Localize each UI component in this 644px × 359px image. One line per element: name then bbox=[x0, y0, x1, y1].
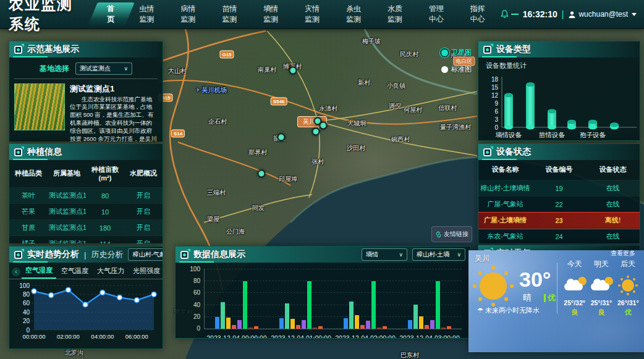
chevron-down-icon bbox=[632, 13, 637, 16]
nav-item-1[interactable]: 首页 bbox=[95, 0, 127, 28]
device-count-subtitle: 设备数量统计 bbox=[478, 57, 640, 70]
base-select-value: 测试监测点 bbox=[80, 64, 111, 73]
forecast-days: 今天25°/32°良明天25°/31°良后天26°/31°优 bbox=[561, 259, 642, 317]
table-cell: 开启 bbox=[124, 220, 163, 236]
svg-text:00:00:00: 00:00:00 bbox=[23, 333, 46, 340]
site-marker[interactable] bbox=[278, 133, 286, 141]
svg-text:100: 100 bbox=[19, 282, 30, 289]
panel-header: 示范基地展示 bbox=[9, 41, 163, 57]
nav-item-7[interactable]: 杀虫监测 bbox=[334, 0, 376, 28]
table-cell: 广屋-土壤墒情 bbox=[478, 213, 532, 229]
panel-trend-analysis: 实时趋势分析 | 历史分析 樟山村-气象 ∨ ‹空气湿度空气温度大气压力光照强度… bbox=[9, 246, 163, 349]
forecast-day-3: 后天26°/31°优 bbox=[615, 259, 642, 317]
base-select[interactable]: 测试监测点 ∨ bbox=[75, 62, 132, 75]
column-header: 水肥概况 bbox=[124, 160, 163, 188]
standard-layer-option[interactable]: 标准图 bbox=[441, 65, 472, 74]
friend-link-button[interactable]: 友情链接 bbox=[431, 226, 472, 242]
table-cell: 10 bbox=[86, 204, 124, 220]
nav-item-5[interactable]: 墒情监测 bbox=[252, 0, 293, 28]
table-cell: 开启 bbox=[124, 188, 163, 204]
chevron-down-icon: ∨ bbox=[399, 251, 403, 258]
site-marker[interactable] bbox=[258, 170, 266, 178]
svg-text:02:00:00: 02:00:00 bbox=[57, 333, 80, 340]
table-row: 芒果测试监测点110开启 bbox=[9, 204, 163, 220]
bar-group bbox=[344, 269, 387, 329]
table-cell: 离线! bbox=[586, 213, 640, 229]
notification-bell[interactable] bbox=[500, 9, 519, 19]
site-marker[interactable] bbox=[312, 128, 320, 136]
day-aqi: 优 bbox=[615, 308, 642, 317]
bar-groups bbox=[204, 269, 462, 329]
radio-off-icon bbox=[441, 66, 448, 73]
see-more-link[interactable]: 查看更多 bbox=[611, 249, 635, 258]
nav-item-10[interactable]: 指挥中心 bbox=[459, 0, 500, 28]
road-shield: S14 bbox=[171, 130, 185, 138]
user-menu[interactable]: wuchuan@test bbox=[568, 10, 637, 19]
trend-tab-2[interactable]: 空气温度 bbox=[57, 265, 92, 278]
trend-tab-4[interactable]: 光照强度 bbox=[129, 265, 163, 278]
nav-item-3[interactable]: 病情监测 bbox=[169, 0, 211, 28]
bar bbox=[408, 320, 412, 329]
y-tick-label: 40 bbox=[182, 301, 200, 308]
trend-station-select[interactable]: 樟山村-气象 ∨ bbox=[128, 248, 163, 261]
day-temperature: 25°/32° bbox=[561, 299, 588, 306]
nav-item-2[interactable]: 虫情监测 bbox=[128, 0, 169, 28]
bar-cluster bbox=[279, 269, 323, 329]
trend-line-chart: 02040608010000:00:0002:00:0004:00:0006:0… bbox=[9, 279, 163, 348]
link-icon bbox=[435, 231, 442, 238]
table-row: 茶叶测试监测点180开启 bbox=[9, 188, 163, 204]
radio-on-icon bbox=[441, 49, 448, 56]
table-cell: 24 bbox=[532, 229, 586, 245]
trend-tab-3[interactable]: 大气压力 bbox=[93, 265, 128, 278]
clock: 16:32:10 bbox=[523, 9, 557, 19]
site-marker[interactable] bbox=[320, 122, 328, 130]
weather-widget: 查看更多 吴川 30° 晴 优 ☂ 未来两小时无降水 今天25°/32°良明天2… bbox=[468, 250, 644, 352]
data-station-select[interactable]: 樟山村-土墒 ∨ bbox=[412, 248, 465, 261]
data-info-bar-chart: 0204060801002023-12-04 00:00:002023-12-0… bbox=[182, 268, 464, 339]
day-aqi: 良 bbox=[588, 308, 614, 317]
nav-item-8[interactable]: 水质监测 bbox=[376, 0, 417, 28]
panel-title: 实时趋势分析 bbox=[27, 249, 79, 260]
bar bbox=[441, 327, 446, 329]
nav-item-4[interactable]: 苗情监测 bbox=[210, 0, 252, 28]
table-cell: 东农-气象站 bbox=[478, 229, 532, 245]
panel-title: 设备状态 bbox=[496, 146, 531, 158]
user-name: wuchuan@test bbox=[578, 10, 628, 19]
rain-notice-text: 未来两小时无降水 bbox=[485, 306, 540, 314]
divider bbox=[557, 263, 557, 314]
table-cell: 开启 bbox=[124, 204, 163, 220]
column-header: 设备编号 bbox=[532, 160, 586, 180]
column-header: 设备名称 bbox=[478, 160, 532, 180]
satellite-layer-option[interactable]: 卫星图 bbox=[441, 48, 472, 57]
svg-text:40: 40 bbox=[23, 309, 30, 316]
trend-metric-tabs: ‹空气湿度空气温度大气压力光照强度› bbox=[9, 263, 163, 279]
bar bbox=[302, 320, 306, 329]
data-type-select[interactable]: 墒情 ∨ bbox=[362, 248, 407, 261]
site-marker[interactable] bbox=[289, 67, 297, 75]
trend-station-value: 樟山村-气象 bbox=[132, 250, 163, 259]
device-status-table: 设备名称设备编号设备状态樟山村-土壤墒情19在线广屋-气象站22在线广屋-土壤墒… bbox=[478, 160, 640, 244]
bar bbox=[221, 302, 225, 329]
table-head: 设备名称设备编号设备状态 bbox=[478, 160, 640, 180]
svg-text:9: 9 bbox=[494, 100, 498, 107]
data-station-value: 樟山村-土墒 bbox=[417, 250, 449, 259]
svg-text:04:00:00: 04:00:00 bbox=[91, 333, 114, 340]
panel-badge-icon bbox=[14, 148, 22, 156]
nav-item-6[interactable]: 灾情监测 bbox=[293, 0, 334, 28]
bar bbox=[436, 281, 440, 329]
bar bbox=[419, 316, 423, 329]
svg-text:18: 18 bbox=[491, 76, 499, 83]
nav-item-9[interactable]: 管理中心 bbox=[417, 0, 459, 28]
tab-prev-arrow[interactable]: ‹ bbox=[12, 268, 20, 276]
table-cell: 樟山村-土壤墒情 bbox=[478, 180, 532, 196]
history-analysis-tab[interactable]: 历史分析 bbox=[91, 249, 123, 260]
header-row: 设备名称设备编号设备状态 bbox=[478, 160, 640, 180]
panel-base-display: 示范基地展示 基地选择 测试监测点 ∨ 测试监测点1 生态农业科技示范推广基地位… bbox=[9, 41, 163, 142]
divider bbox=[14, 78, 158, 79]
bar bbox=[285, 303, 289, 329]
column-header: 设备状态 bbox=[586, 160, 640, 180]
trend-tab-1[interactable]: 空气湿度 bbox=[22, 264, 56, 279]
cloud-icon bbox=[591, 283, 609, 290]
bar bbox=[226, 318, 231, 329]
bar-cluster bbox=[408, 269, 451, 329]
